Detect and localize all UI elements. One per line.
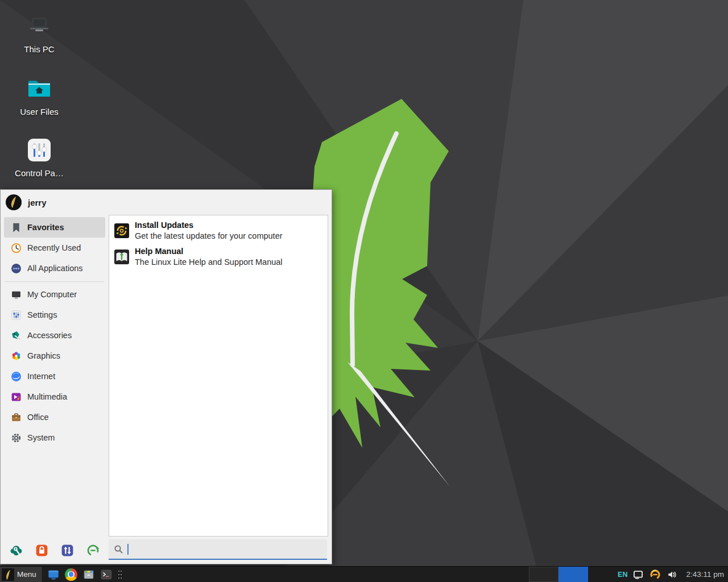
desktop-icon-this-pc[interactable]: This PC [5,13,74,54]
list-item-subtitle: Get the latest updates for your computer [135,231,283,242]
help-manual-icon [114,249,130,265]
workspace-1[interactable] [529,567,559,582]
list-item-subtitle: The Linux Lite Help and Support Manual [135,257,283,268]
sidebar-item-label: Recently Used [27,243,81,252]
menu-sidebar: Favorites Recently Used All Applications [1,216,109,564]
menu-search-input[interactable] [129,539,328,559]
sidebar-item-graphics[interactable]: Graphics [4,346,105,366]
sidebar-item-label: My Computer [27,290,77,299]
multimedia-icon [10,391,22,403]
list-item-title: Install Updates [135,220,283,231]
display-icon[interactable] [632,569,644,580]
list-item-install-updates[interactable]: Install Updates Get the latest updates f… [110,218,326,244]
sidebar-item-settings[interactable]: Settings [4,305,105,325]
sidebar-item-accessories[interactable]: Accessories [4,325,105,346]
menu-header: jerry [1,190,332,215]
sidebar-item-label: System [27,433,55,442]
computer-icon [10,289,22,301]
workspace-2-active[interactable] [559,567,588,582]
whisker-menu: jerry Favorites Recently Used All Applic… [0,189,332,564]
menu-username: jerry [28,198,47,207]
switch-user-icon[interactable] [60,543,75,558]
sidebar-item-favorites[interactable]: Favorites [4,217,105,238]
desktop-icon-label: User Files [20,107,59,117]
settings-manager-icon[interactable] [9,543,23,558]
gear-icon [10,432,22,444]
desktop-icon-label: This PC [24,44,54,54]
taskbar-menu-label: Menu [17,570,36,579]
briefcase-icon [10,411,22,423]
volume-icon[interactable] [667,569,678,580]
keyboard-layout-indicator[interactable]: EN [618,571,627,579]
sidebar-item-label: Settings [27,310,57,319]
apps-dots-icon [10,263,22,275]
desktop-icon-user-files[interactable]: User Files [5,75,74,117]
install-updates-icon [114,223,130,239]
sidebar-item-all-applications[interactable]: All Applications [4,258,105,278]
internet-globe-icon [10,371,22,383]
logout-icon[interactable] [86,543,100,558]
linux-lite-feather-icon [2,568,14,581]
clock[interactable]: 2:43:11 pm [686,570,724,579]
sidebar-item-multimedia[interactable]: Multimedia [4,386,105,407]
list-item-title: Help Manual [135,246,283,257]
search-icon [114,544,123,554]
sidebar-item-label: Favorites [27,223,64,232]
accessories-icon [10,330,22,342]
graphics-pinwheel-icon [10,350,22,362]
desktop-icon-label: Control Pa… [15,168,64,178]
settings-sliders-icon [10,309,22,321]
workspace-switcher [529,567,588,582]
user-avatar[interactable] [5,194,22,211]
terminal-icon[interactable] [100,568,113,581]
menu-search-box[interactable] [109,539,327,560]
sidebar-separator [5,281,104,282]
desktop-icon-control-panel[interactable]: Control Pa… [5,136,74,178]
updates-refresh-icon[interactable] [649,568,661,581]
file-cabinet-icon[interactable] [82,568,95,581]
system-tray: EN 2:43:11 pm [618,568,728,581]
clock-icon [10,242,22,254]
menu-action-buttons [9,543,100,558]
sidebar-item-label: Accessories [27,331,72,340]
sidebar-item-label: Office [27,413,49,422]
taskbar: Menu EN [0,566,728,582]
sidebar-item-system[interactable]: System [4,427,105,448]
lock-screen-icon[interactable] [35,543,49,558]
sidebar-item-label: All Applications [27,264,83,273]
panel-grip-handle[interactable] [118,569,124,580]
taskbar-menu-button[interactable]: Menu [0,567,42,582]
sidebar-item-my-computer[interactable]: My Computer [4,284,105,305]
sidebar-item-label: Multimedia [27,392,67,401]
sidebar-item-recently-used[interactable]: Recently Used [4,238,105,258]
bookmark-icon [10,222,22,234]
sidebar-item-internet[interactable]: Internet [4,366,105,386]
sidebar-item-office[interactable]: Office [4,407,105,427]
sidebar-item-label: Graphics [27,351,60,360]
sidebar-item-label: Internet [27,372,55,381]
desktop: This PC User Files Control Pa… [0,0,728,582]
sliders-icon [26,136,53,164]
home-folder-icon [26,75,53,102]
menu-favorites-list: Install Updates Get the latest updates f… [109,215,328,537]
desktop-window-icon[interactable] [47,568,60,581]
laptop-icon [26,13,53,40]
list-item-help-manual[interactable]: Help Manual The Linux Lite Help and Supp… [110,244,326,270]
chrome-icon[interactable] [65,568,77,581]
